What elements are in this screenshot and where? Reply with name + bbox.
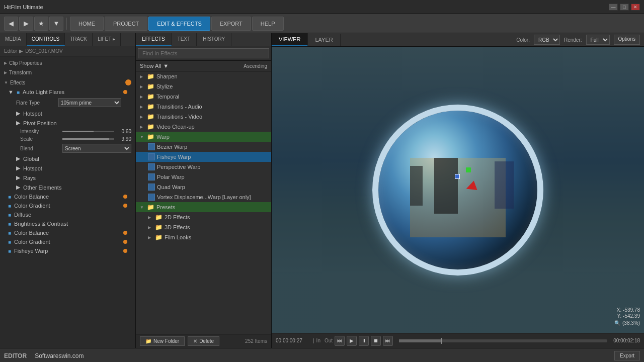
breadcrumb-editor: Editor [4,48,17,54]
section-transform[interactable]: ▶ Transform [0,68,135,77]
effect-icon [148,153,155,160]
show-all-button[interactable]: Show All ▼ [140,63,169,69]
new-folder-button[interactable]: 📁 New Folder [140,336,185,346]
effect-icon: ■ [8,248,11,254]
section-clip-properties[interactable]: ▶ Clip Properties [0,58,135,68]
blend-select[interactable]: Screen [62,144,131,153]
minimize-button[interactable]: — [609,4,618,11]
tab-media[interactable]: MEDIA [0,33,27,46]
effect-color-balance2[interactable]: ■ Color Balance [0,228,135,237]
tree-3d-effects[interactable]: ▶ 📁 3D Effects [136,222,271,232]
play-button[interactable]: ▶ [347,336,357,346]
effect-diffuse[interactable]: ■ Diffuse [0,210,135,219]
prop-hotspot2[interactable]: ▶ Hotspot [0,163,135,173]
effects-tree: ▶ 📁 Sharpen ▶ 📁 Stylize ▶ 📁 Temporal ▶ 📁… [136,71,271,334]
tree-video-cleanup[interactable]: ▶ 📁 Video Clean-up [136,122,271,132]
expand-icon: ▶ [148,235,153,240]
prop-global[interactable]: ▶ Global [0,154,135,163]
nav-home-button[interactable]: HOME [70,17,104,31]
sort-button[interactable]: Ascending [244,63,267,69]
viewer-progress-bar[interactable] [399,339,607,342]
intensity-slider[interactable] [62,131,114,132]
expand-arrow: ▶ [16,184,20,191]
effect-icon [148,173,155,180]
next-frame-button[interactable]: ⏭ [383,336,393,346]
tree-transitions-video[interactable]: ▶ 📁 Transitions - Video [136,112,271,122]
nav-bookmark-icon[interactable]: ★ [34,17,48,31]
prop-hotspot[interactable]: ▶ Hotspot [0,109,135,118]
editor-export-button[interactable]: Export [614,351,640,360]
effect-color-balance[interactable]: ■ Color Balance [0,192,135,201]
prev-frame-button[interactable]: ⏮ [335,336,345,346]
folder-icon: 📁 [155,234,163,241]
nav-dropdown-icon[interactable]: ▼ [49,17,63,31]
effect-color-gradient2[interactable]: ■ Color Gradient [0,237,135,246]
expand-arrow: ▼ [4,80,8,85]
tab-lifet[interactable]: LIFET ▸ [93,33,121,46]
tree-temporal[interactable]: ▶ 📁 Temporal [136,92,271,102]
effects-footer: 📁 New Folder ✕ Delete 252 Items [136,334,271,348]
folder-icon: 📁 [147,123,154,130]
effect-brightness-contrast[interactable]: ■ Brightness & Contrast [0,219,135,228]
tab-history[interactable]: HISTORY [197,33,231,46]
delete-button[interactable]: ✕ Delete [188,336,219,346]
prop-rays[interactable]: ▶ Rays [0,173,135,183]
prop-blend: Blend Screen [0,143,135,154]
effects-search-input[interactable] [138,48,269,58]
nav-forward-icon[interactable]: ▶ [19,17,33,31]
flare-type-select[interactable]: 105mm prime [58,98,121,107]
tree-perspective-warp[interactable]: Perspective Warp [136,162,271,172]
nav-help-button[interactable]: HELP [252,17,284,31]
effect-icon: ■ [8,212,11,218]
tab-track[interactable]: TRACK [65,33,93,46]
maximize-button[interactable]: □ [620,4,629,11]
prop-pivot-position[interactable]: ▶ Pivot Position [0,118,135,128]
render-select[interactable]: Full [586,35,610,45]
tree-stylize[interactable]: ▶ 📁 Stylize [136,81,271,92]
item-label: Vortex Displaceme...Warp [Layer only] [157,194,251,200]
effect-name: Color Gradient [14,239,50,245]
effect-fisheye-warp[interactable]: ■ Fisheye Warp [0,246,135,255]
breadcrumb: Editor ▶ DSC_0017.MOV [0,46,135,56]
tab-effects[interactable]: EFFECTS [136,33,172,46]
tree-fisheye-warp[interactable]: Fisheye Warp [136,152,271,162]
tab-viewer[interactable]: VIEWER [272,33,308,46]
delete-icon: ✕ [193,338,197,344]
tree-transitions-audio[interactable]: ▶ 📁 Transitions - Audio [136,102,271,112]
main-area: MEDIA CONTROLS TRACK LIFET ▸ Editor ▶ DS… [0,33,644,348]
effect-icon: ■ [8,203,11,209]
item-label: Stylize [156,83,173,89]
section-effects[interactable]: ▼ Effects [0,77,135,87]
left-tabs: MEDIA CONTROLS TRACK LIFET ▸ [0,33,135,46]
nav-back-icon[interactable]: ◀ [4,17,18,31]
effects-tabs: EFFECTS TEXT HISTORY [136,33,271,46]
expand-arrow: ▼ [8,89,14,95]
stop-button[interactable]: ⏹ [371,336,381,346]
tree-film-looks[interactable]: ▶ 📁 Film Looks [136,232,271,242]
tree-polar-warp[interactable]: Polar Warp [136,172,271,182]
effect-color-gradient[interactable]: ■ Color Gradient [0,201,135,210]
nav-project-button[interactable]: PROJECT [105,17,147,31]
tree-2d-effects[interactable]: ▶ 📁 2D Effects [136,212,271,222]
tree-vortex-warp[interactable]: Vortex Displaceme...Warp [Layer only] [136,192,271,202]
tree-bezier-warp[interactable]: Bezier Warp [136,142,271,152]
nav-edit-effects-button[interactable]: EDIT & EFFECTS [148,17,210,31]
pause-button[interactable]: ⏸ [359,336,369,346]
effect-name: Color Gradient [14,203,50,209]
tree-quad-warp[interactable]: Quad Warp [136,182,271,192]
tab-controls[interactable]: CONTROLS [27,33,65,46]
new-folder-icon: 📁 [145,338,151,344]
tab-layer[interactable]: LAYER [308,34,340,46]
effect-auto-light-flares[interactable]: ▼ ■ Auto Light Flares [0,87,135,97]
tree-warp[interactable]: ▼ 📁 Warp [136,132,271,142]
color-select[interactable]: RGB [534,35,560,45]
options-button[interactable]: Options [614,35,640,45]
close-button[interactable]: ✕ [631,4,640,11]
scale-slider[interactable] [62,138,114,140]
prop-other-elements[interactable]: ▶ Other Elements [0,183,135,192]
folder-icon: 📁 [147,204,154,211]
nav-export-button[interactable]: EXPORT [211,17,251,31]
tree-presets[interactable]: ▼ 📁 Presets [136,202,271,212]
tree-sharpen[interactable]: ▶ 📁 Sharpen [136,71,271,81]
tab-text[interactable]: TEXT [172,33,197,46]
